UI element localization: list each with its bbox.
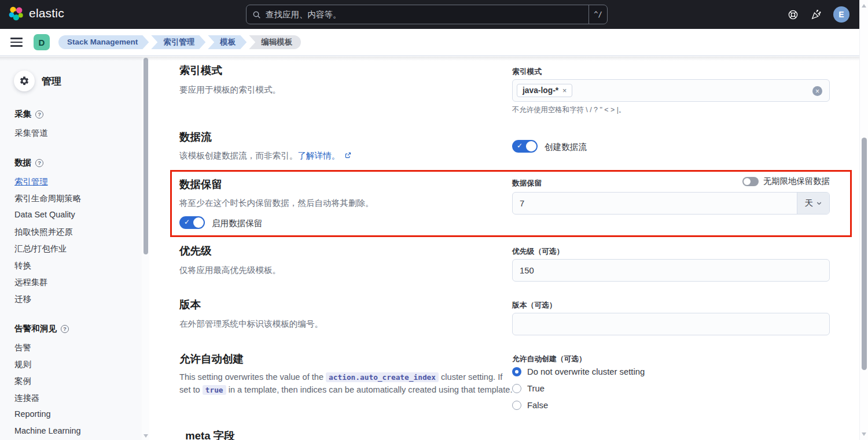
user-avatar[interactable]: E [833,6,849,23]
scroll-up-icon[interactable] [862,4,866,8]
sidebar-item-label: 规则 [14,360,31,369]
external-link-icon[interactable] [344,151,352,159]
breadcrumb-index-management[interactable]: 索引管理 [151,35,205,49]
clear-circle-icon[interactable]: × [812,86,822,96]
search-icon [252,10,261,19]
priority-input[interactable]: 150 [512,259,830,282]
sidebar-item-label: Reporting [14,409,50,419]
sidebar-item-label: 数据 [14,157,31,168]
sidebar-item-label: 告警 [14,343,31,352]
elastic-logo[interactable]: elastic [8,5,64,21]
sidebar-item-label: 告警和洞见 [14,323,57,334]
section-data-stream-heading: 数据流 [179,131,212,143]
sidebar-item-snapshot-restore[interactable]: 拍取快照并还原 [14,223,133,239]
section-data-retention-desc: 将至少在这个时长内保留数据，然后自动将其删除。 [179,197,374,210]
version-input[interactable] [512,313,830,335]
radio-option-false[interactable]: False [512,401,548,410]
sidebar-item-index-management[interactable]: 索引管理 [14,172,133,189]
index-pattern-token[interactable]: java-log-* × [517,84,572,97]
keep-data-indefinitely-toggle[interactable] [742,177,759,186]
question-in-circle-icon: ? [35,110,43,119]
sidebar-item-ingest-pipelines[interactable]: 采集管道 [14,124,133,140]
sidebar-item-rollup-jobs[interactable]: 汇总/打包作业 [14,239,133,256]
global-search[interactable]: 查找应用、内容等。 ^/ [246,5,608,24]
sidebar-item-cases[interactable]: 案例 [14,372,133,389]
sidebar-item-ilm-policies[interactable]: 索引生命周期策略 [14,189,133,206]
sidebar-item-label: 汇总/打包作业 [14,244,67,253]
section-auto-create-heading: 允许自动创建 [179,353,244,365]
sidebar-scroll-down-icon[interactable] [144,434,148,438]
index-patterns-field-label: 索引模式 [512,67,542,77]
create-data-stream-toggle-label: 创建数据流 [545,142,587,153]
sidebar-scrollbar [142,57,149,440]
data-retention-unit-select[interactable]: 天 [797,193,829,214]
question-in-circle-icon: ? [35,159,43,167]
sidebar-title: 管理 [42,75,61,88]
page-scrollbar [859,0,868,440]
data-retention-value-input[interactable]: 7 天 [512,192,830,215]
app-header: elastic 查找应用、内容等。 ^/ E [0,0,859,29]
priority-field-label: 优先级（可选） [512,247,564,257]
radio-selected-icon[interactable] [512,367,521,376]
news-party-popper-icon[interactable] [810,9,822,20]
sidebar-item-label: 索引生命周期策略 [14,194,81,203]
section-index-patterns-heading: 索引模式 [179,64,222,77]
radio-option-true[interactable]: True [512,384,545,393]
sidebar-scrollbar-thumb[interactable] [144,58,148,254]
x-icon[interactable]: × [562,87,567,95]
sidebar-item-reporting[interactable]: Reporting [14,405,133,422]
sidebar-item-label: 索引管理 [14,177,48,186]
version-field-label: 版本（可选） [512,301,557,310]
section-version-heading: 版本 [179,298,201,311]
radio-option-do-not-overwrite[interactable]: Do not overwrite cluster setting [512,367,645,376]
enable-data-retention-toggle[interactable]: ✓ [179,216,205,229]
breadcrumb-stack-management[interactable]: Stack Management [58,35,149,49]
sidebar-item-transforms[interactable]: 转换 [14,256,133,273]
sidebar-item-data-set-quality[interactable]: Data Set Quality [14,206,133,223]
elastic-logo-icon [8,5,24,21]
section-index-patterns-desc: 要应用于模板的索引模式。 [179,84,281,97]
space-badge[interactable]: D [34,34,50,50]
logo-text: elastic [29,6,64,20]
sidebar-item-label: 案例 [14,376,31,386]
sidebar-item-label: Machine Learning [14,426,80,435]
search-shortcut-badge: ^/ [589,5,607,24]
sidebar-item-migrate[interactable]: 迁移 [14,290,133,306]
chevron-down-icon [816,200,822,206]
management-sidebar: 管理 采集?采集管道数据?索引管理索引生命周期策略Data Set Qualit… [0,57,149,440]
hamburger-menu-icon[interactable] [10,38,23,47]
edit-template-form: 索引模式 要应用于模板的索引模式。 索引模式 java-log-* × × 不允… [149,56,859,440]
index-patterns-help-text: 不允许使用空格和字符 \ / ? " < > |。 [512,105,626,115]
learn-more-link[interactable]: 了解详情。 [297,151,340,160]
section-priority-heading: 优先级 [179,245,212,257]
keep-data-indefinitely-label: 无期限地保留数据 [763,176,830,187]
sidebar-item-data: 数据? [14,153,133,172]
breadcrumbs: Stack Management索引管理模板编辑模板 [58,35,301,49]
sidebar-item-label: 连接器 [14,393,39,402]
sidebar-item-label: 远程集群 [14,278,48,287]
sidebar-item-alerts-insights: 告警和洞见? [14,319,133,338]
code-true: true [203,385,226,395]
sidebar-item-ingest: 采集? [14,105,133,124]
sidebar-item-machine-learning[interactable]: Machine Learning [14,422,133,439]
scroll-down-icon[interactable] [862,432,866,436]
sidebar-item-label: 拍取快照并还原 [14,227,73,236]
breadcrumb-edit-template: 编辑模板 [249,35,301,49]
code-action-auto-create-index: action.auto_create_index [326,372,439,382]
sidebar-item-alerts[interactable]: 告警 [14,338,133,355]
radio-unselected-icon[interactable] [512,401,521,410]
radio-unselected-icon[interactable] [512,384,521,393]
breadcrumb-bar: D Stack Management索引管理模板编辑模板 [0,29,859,56]
auto-create-field-label: 允许自动创建（可选） [512,354,586,364]
sidebar-item-rules[interactable]: 规则 [14,355,133,372]
section-version-desc: 在外部管理系统中标识该模板的编号。 [179,318,323,331]
section-priority-desc: 仅将应用最高优先级模板。 [179,264,281,277]
section-auto-create-desc: This setting overwrites the value of the… [179,371,514,396]
create-data-stream-toggle[interactable]: ✓ [512,140,538,153]
help-life-buoy-icon[interactable] [788,9,799,20]
page-scrollbar-thumb[interactable] [862,138,867,370]
sidebar-item-remote-clusters[interactable]: 远程集群 [14,273,133,290]
sidebar-item-connectors[interactable]: 连接器 [14,389,133,405]
breadcrumb-templates[interactable]: 模板 [208,35,247,49]
index-patterns-combobox[interactable]: java-log-* × × [512,79,830,102]
